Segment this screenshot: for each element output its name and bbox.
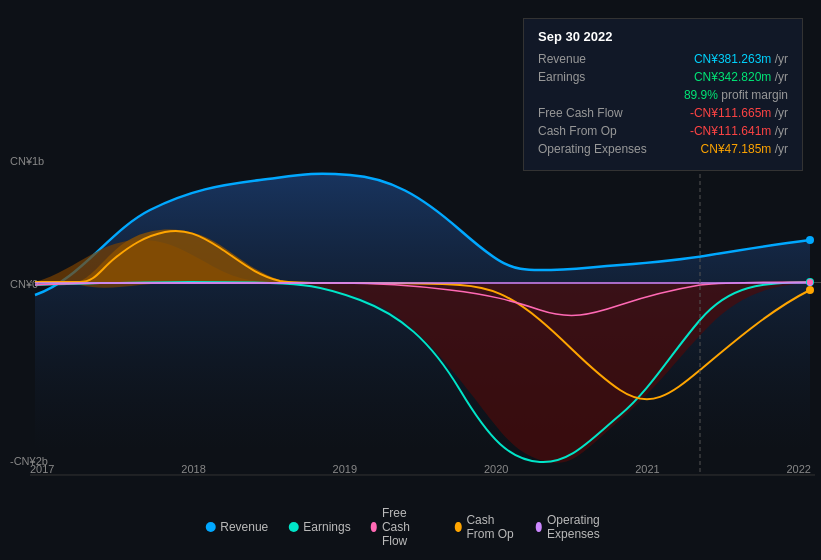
tooltip-value-cashfromop: -CN¥111.641m /yr [690,124,788,138]
tooltip-title: Sep 30 2022 [538,29,788,44]
tooltip-value-opex: CN¥47.185m /yr [701,142,788,156]
x-label-2020: 2020 [484,463,508,475]
tooltip-row-revenue: Revenue CN¥381.263m /yr [538,52,788,66]
legend-label-earnings: Earnings [303,520,350,534]
tooltip-value-earnings: CN¥342.820m /yr [694,70,788,84]
tooltip-value-fcf: -CN¥111.665m /yr [690,106,788,120]
tooltip-panel: Sep 30 2022 Revenue CN¥381.263m /yr Earn… [523,18,803,171]
legend-opex[interactable]: Operating Expenses [536,513,616,541]
legend-label-fcf: Free Cash Flow [382,506,435,548]
legend-dot-opex [536,522,542,532]
legend-label-cashfromop: Cash From Op [466,513,515,541]
tooltip-row-cashfromop: Cash From Op -CN¥111.641m /yr [538,124,788,138]
tooltip-row-margin: 89.9% profit margin [538,88,788,102]
tooltip-row-earnings: Earnings CN¥342.820m /yr [538,70,788,84]
x-label-2019: 2019 [333,463,357,475]
tooltip-row-fcf: Free Cash Flow -CN¥111.665m /yr [538,106,788,120]
tooltip-label-cashfromop: Cash From Op [538,124,617,138]
tooltip-label-earnings: Earnings [538,70,585,84]
legend-dot-earnings [288,522,298,532]
tooltip-label-revenue: Revenue [538,52,586,66]
legend-dot-revenue [205,522,215,532]
x-label-2018: 2018 [181,463,205,475]
x-label-2017: 2017 [30,463,54,475]
legend-earnings[interactable]: Earnings [288,520,350,534]
chart-legend: Revenue Earnings Free Cash Flow Cash Fro… [205,506,616,548]
fcf-endpoint [807,279,813,285]
revenue-endpoint [806,236,814,244]
legend-label-opex: Operating Expenses [547,513,616,541]
tooltip-label-opex: Operating Expenses [538,142,647,156]
legend-dot-fcf [371,522,377,532]
x-label-2021: 2021 [635,463,659,475]
legend-fcf[interactable]: Free Cash Flow [371,506,435,548]
cashfromop-endpoint [806,286,814,294]
x-axis-labels: 2017 2018 2019 2020 2021 2022 [30,463,811,475]
tooltip-row-opex: Operating Expenses CN¥47.185m /yr [538,142,788,156]
tooltip-label-fcf: Free Cash Flow [538,106,623,120]
tooltip-value-revenue: CN¥381.263m /yr [694,52,788,66]
tooltip-value-margin: 89.9% profit margin [684,88,788,102]
legend-cashfromop[interactable]: Cash From Op [455,513,516,541]
legend-dot-cashfromop [455,522,461,532]
x-label-2022: 2022 [786,463,810,475]
legend-revenue[interactable]: Revenue [205,520,268,534]
legend-label-revenue: Revenue [220,520,268,534]
